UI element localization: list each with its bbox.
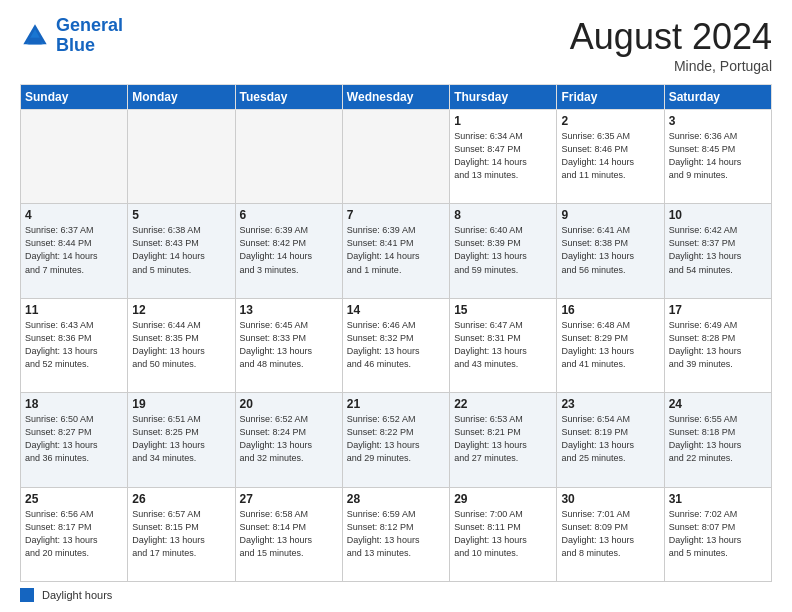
day-info: Sunrise: 6:51 AM Sunset: 8:25 PM Dayligh… <box>132 413 230 465</box>
calendar-cell: 5Sunrise: 6:38 AM Sunset: 8:43 PM Daylig… <box>128 204 235 298</box>
day-info: Sunrise: 6:44 AM Sunset: 8:35 PM Dayligh… <box>132 319 230 371</box>
calendar-cell: 28Sunrise: 6:59 AM Sunset: 8:12 PM Dayli… <box>342 487 449 581</box>
location: Minde, Portugal <box>570 58 772 74</box>
calendar-cell: 17Sunrise: 6:49 AM Sunset: 8:28 PM Dayli… <box>664 298 771 392</box>
day-info: Sunrise: 6:36 AM Sunset: 8:45 PM Dayligh… <box>669 130 767 182</box>
day-number: 18 <box>25 397 123 411</box>
calendar-cell: 24Sunrise: 6:55 AM Sunset: 8:18 PM Dayli… <box>664 393 771 487</box>
calendar-cell <box>21 110 128 204</box>
calendar-table: SundayMondayTuesdayWednesdayThursdayFrid… <box>20 84 772 582</box>
day-number: 20 <box>240 397 338 411</box>
day-info: Sunrise: 7:01 AM Sunset: 8:09 PM Dayligh… <box>561 508 659 560</box>
day-number: 13 <box>240 303 338 317</box>
calendar-cell: 29Sunrise: 7:00 AM Sunset: 8:11 PM Dayli… <box>450 487 557 581</box>
day-info: Sunrise: 6:37 AM Sunset: 8:44 PM Dayligh… <box>25 224 123 276</box>
day-info: Sunrise: 6:53 AM Sunset: 8:21 PM Dayligh… <box>454 413 552 465</box>
calendar-cell: 9Sunrise: 6:41 AM Sunset: 8:38 PM Daylig… <box>557 204 664 298</box>
day-info: Sunrise: 6:59 AM Sunset: 8:12 PM Dayligh… <box>347 508 445 560</box>
calendar-cell: 31Sunrise: 7:02 AM Sunset: 8:07 PM Dayli… <box>664 487 771 581</box>
day-info: Sunrise: 6:56 AM Sunset: 8:17 PM Dayligh… <box>25 508 123 560</box>
day-number: 1 <box>454 114 552 128</box>
calendar-header-tuesday: Tuesday <box>235 85 342 110</box>
calendar-cell: 21Sunrise: 6:52 AM Sunset: 8:22 PM Dayli… <box>342 393 449 487</box>
day-number: 4 <box>25 208 123 222</box>
calendar-cell <box>128 110 235 204</box>
calendar-cell: 26Sunrise: 6:57 AM Sunset: 8:15 PM Dayli… <box>128 487 235 581</box>
day-number: 5 <box>132 208 230 222</box>
calendar-cell: 3Sunrise: 6:36 AM Sunset: 8:45 PM Daylig… <box>664 110 771 204</box>
svg-rect-2 <box>28 37 41 44</box>
calendar-cell: 25Sunrise: 6:56 AM Sunset: 8:17 PM Dayli… <box>21 487 128 581</box>
day-number: 3 <box>669 114 767 128</box>
day-number: 28 <box>347 492 445 506</box>
day-info: Sunrise: 7:02 AM Sunset: 8:07 PM Dayligh… <box>669 508 767 560</box>
logo-icon <box>20 21 50 51</box>
calendar-cell: 4Sunrise: 6:37 AM Sunset: 8:44 PM Daylig… <box>21 204 128 298</box>
day-number: 21 <box>347 397 445 411</box>
day-info: Sunrise: 6:46 AM Sunset: 8:32 PM Dayligh… <box>347 319 445 371</box>
day-info: Sunrise: 6:39 AM Sunset: 8:42 PM Dayligh… <box>240 224 338 276</box>
calendar-cell <box>235 110 342 204</box>
day-number: 25 <box>25 492 123 506</box>
day-info: Sunrise: 6:52 AM Sunset: 8:24 PM Dayligh… <box>240 413 338 465</box>
day-number: 22 <box>454 397 552 411</box>
month-title: August 2024 <box>570 16 772 58</box>
calendar-cell: 6Sunrise: 6:39 AM Sunset: 8:42 PM Daylig… <box>235 204 342 298</box>
day-info: Sunrise: 6:48 AM Sunset: 8:29 PM Dayligh… <box>561 319 659 371</box>
day-number: 27 <box>240 492 338 506</box>
day-number: 8 <box>454 208 552 222</box>
calendar-cell: 22Sunrise: 6:53 AM Sunset: 8:21 PM Dayli… <box>450 393 557 487</box>
calendar-cell: 18Sunrise: 6:50 AM Sunset: 8:27 PM Dayli… <box>21 393 128 487</box>
day-number: 26 <box>132 492 230 506</box>
calendar-cell: 30Sunrise: 7:01 AM Sunset: 8:09 PM Dayli… <box>557 487 664 581</box>
day-info: Sunrise: 6:41 AM Sunset: 8:38 PM Dayligh… <box>561 224 659 276</box>
calendar-header-monday: Monday <box>128 85 235 110</box>
calendar-cell: 1Sunrise: 6:34 AM Sunset: 8:47 PM Daylig… <box>450 110 557 204</box>
title-block: August 2024 Minde, Portugal <box>570 16 772 74</box>
calendar-cell: 12Sunrise: 6:44 AM Sunset: 8:35 PM Dayli… <box>128 298 235 392</box>
day-number: 10 <box>669 208 767 222</box>
calendar-cell: 20Sunrise: 6:52 AM Sunset: 8:24 PM Dayli… <box>235 393 342 487</box>
day-info: Sunrise: 6:43 AM Sunset: 8:36 PM Dayligh… <box>25 319 123 371</box>
calendar-cell: 19Sunrise: 6:51 AM Sunset: 8:25 PM Dayli… <box>128 393 235 487</box>
day-info: Sunrise: 6:55 AM Sunset: 8:18 PM Dayligh… <box>669 413 767 465</box>
day-info: Sunrise: 6:47 AM Sunset: 8:31 PM Dayligh… <box>454 319 552 371</box>
day-number: 16 <box>561 303 659 317</box>
calendar-week-0: 1Sunrise: 6:34 AM Sunset: 8:47 PM Daylig… <box>21 110 772 204</box>
calendar-cell: 16Sunrise: 6:48 AM Sunset: 8:29 PM Dayli… <box>557 298 664 392</box>
day-info: Sunrise: 6:54 AM Sunset: 8:19 PM Dayligh… <box>561 413 659 465</box>
calendar-header-thursday: Thursday <box>450 85 557 110</box>
day-number: 12 <box>132 303 230 317</box>
day-info: Sunrise: 6:40 AM Sunset: 8:39 PM Dayligh… <box>454 224 552 276</box>
day-number: 30 <box>561 492 659 506</box>
calendar-header-saturday: Saturday <box>664 85 771 110</box>
calendar-cell: 10Sunrise: 6:42 AM Sunset: 8:37 PM Dayli… <box>664 204 771 298</box>
legend-box <box>20 588 34 602</box>
logo: General Blue <box>20 16 123 56</box>
day-number: 15 <box>454 303 552 317</box>
day-info: Sunrise: 6:52 AM Sunset: 8:22 PM Dayligh… <box>347 413 445 465</box>
day-info: Sunrise: 6:57 AM Sunset: 8:15 PM Dayligh… <box>132 508 230 560</box>
calendar-week-1: 4Sunrise: 6:37 AM Sunset: 8:44 PM Daylig… <box>21 204 772 298</box>
calendar-header-wednesday: Wednesday <box>342 85 449 110</box>
day-info: Sunrise: 6:58 AM Sunset: 8:14 PM Dayligh… <box>240 508 338 560</box>
day-info: Sunrise: 6:38 AM Sunset: 8:43 PM Dayligh… <box>132 224 230 276</box>
calendar-header-sunday: Sunday <box>21 85 128 110</box>
day-info: Sunrise: 7:00 AM Sunset: 8:11 PM Dayligh… <box>454 508 552 560</box>
calendar-cell: 8Sunrise: 6:40 AM Sunset: 8:39 PM Daylig… <box>450 204 557 298</box>
calendar-week-3: 18Sunrise: 6:50 AM Sunset: 8:27 PM Dayli… <box>21 393 772 487</box>
day-number: 7 <box>347 208 445 222</box>
day-number: 11 <box>25 303 123 317</box>
calendar-cell <box>342 110 449 204</box>
legend: Daylight hours <box>20 588 772 602</box>
calendar-cell: 11Sunrise: 6:43 AM Sunset: 8:36 PM Dayli… <box>21 298 128 392</box>
legend-label: Daylight hours <box>42 589 112 601</box>
day-info: Sunrise: 6:49 AM Sunset: 8:28 PM Dayligh… <box>669 319 767 371</box>
day-info: Sunrise: 6:35 AM Sunset: 8:46 PM Dayligh… <box>561 130 659 182</box>
day-number: 9 <box>561 208 659 222</box>
day-info: Sunrise: 6:50 AM Sunset: 8:27 PM Dayligh… <box>25 413 123 465</box>
calendar-cell: 23Sunrise: 6:54 AM Sunset: 8:19 PM Dayli… <box>557 393 664 487</box>
day-number: 2 <box>561 114 659 128</box>
calendar-cell: 27Sunrise: 6:58 AM Sunset: 8:14 PM Dayli… <box>235 487 342 581</box>
page: General Blue August 2024 Minde, Portugal… <box>0 0 792 612</box>
